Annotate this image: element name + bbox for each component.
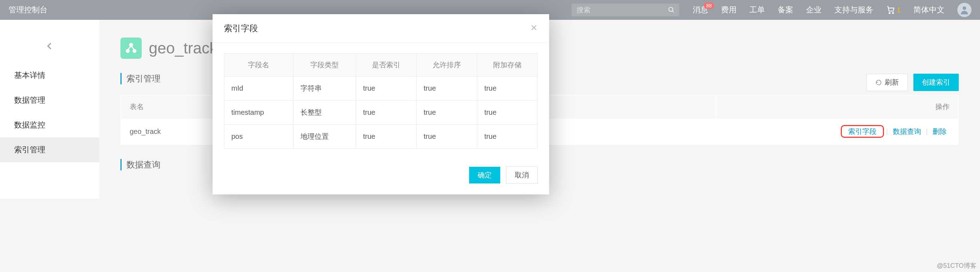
modal-row: pos 地理位置 true true true bbox=[224, 125, 538, 149]
close-icon bbox=[530, 24, 538, 32]
mcol-type: 字段类型 bbox=[293, 54, 356, 76]
tree-icon bbox=[124, 41, 138, 55]
col-ops: 操作 bbox=[716, 95, 958, 118]
sidebar: 基本详情 数据管理 数据监控 索引管理 bbox=[0, 20, 99, 199]
user-avatar[interactable] bbox=[957, 3, 972, 17]
svg-line-1 bbox=[672, 11, 673, 13]
svg-point-2 bbox=[889, 13, 890, 13]
modal-close[interactable] bbox=[530, 23, 538, 34]
messages-badge: 88 bbox=[704, 3, 714, 9]
sidebar-item-basic[interactable]: 基本详情 bbox=[0, 63, 99, 88]
mcol-isindex: 是否索引 bbox=[356, 54, 416, 76]
svg-point-5 bbox=[130, 44, 132, 46]
modal-table: 字段名 字段类型 是否索引 允许排序 附加存储 mId 字符串 true tru… bbox=[224, 54, 538, 149]
cart-icon bbox=[886, 5, 895, 14]
modal-title: 索引字段 bbox=[224, 23, 258, 34]
index-fields-modal: 索引字段 字段名 字段类型 是否索引 允许排序 附加存储 mId 字符串 tru… bbox=[213, 14, 549, 194]
page-title: geo_track bbox=[149, 39, 217, 57]
nav-lang[interactable]: 简体中文 bbox=[907, 5, 951, 15]
nav-workorder[interactable]: 工单 bbox=[743, 5, 771, 15]
mcol-name: 字段名 bbox=[224, 54, 293, 76]
refresh-button[interactable]: 刷新 bbox=[867, 74, 908, 91]
console-title: 管理控制台 bbox=[8, 5, 48, 15]
sidebar-item-index[interactable]: 索引管理 bbox=[0, 137, 99, 162]
nav-beian[interactable]: 备案 bbox=[771, 5, 800, 15]
search-box bbox=[571, 3, 679, 16]
search-input[interactable] bbox=[571, 6, 663, 14]
modal-row: mId 字符串 true true true bbox=[224, 76, 538, 100]
watermark: @51CTO博客 bbox=[937, 261, 977, 270]
svg-point-0 bbox=[668, 8, 673, 12]
mcol-store: 附加存储 bbox=[477, 54, 538, 76]
avatar-icon bbox=[959, 5, 970, 15]
svg-point-7 bbox=[133, 49, 136, 52]
svg-point-6 bbox=[126, 49, 129, 52]
create-index-button[interactable]: 创建索引 bbox=[913, 74, 959, 91]
sidebar-item-data[interactable]: 数据管理 bbox=[0, 88, 99, 113]
nav-enterprise[interactable]: 企业 bbox=[800, 5, 828, 15]
row-name: geo_track bbox=[121, 119, 214, 144]
search-button[interactable] bbox=[663, 3, 679, 16]
op-data-query[interactable]: 数据查询 bbox=[893, 127, 921, 135]
nav-messages[interactable]: 消息 88 bbox=[686, 5, 714, 15]
sidebar-item-monitor[interactable]: 数据监控 bbox=[0, 113, 99, 137]
cart-count: 1 bbox=[897, 6, 900, 14]
nav-support[interactable]: 支持与服务 bbox=[828, 5, 880, 15]
col-name: 表名 bbox=[121, 95, 214, 118]
sidebar-back[interactable] bbox=[0, 34, 99, 63]
nav-cart[interactable]: 1 bbox=[880, 5, 907, 14]
resource-icon bbox=[121, 38, 142, 59]
modal-ok-button[interactable]: 确定 bbox=[469, 167, 500, 183]
mcol-sort: 允许排序 bbox=[416, 54, 477, 76]
refresh-icon bbox=[875, 80, 882, 86]
modal-cancel-button[interactable]: 取消 bbox=[506, 167, 538, 184]
refresh-label: 刷新 bbox=[885, 78, 899, 87]
svg-point-3 bbox=[892, 13, 894, 13]
modal-row: timestamp 长整型 true true true bbox=[224, 100, 538, 125]
nav-cost[interactable]: 费用 bbox=[714, 5, 743, 15]
svg-line-9 bbox=[131, 46, 135, 50]
svg-line-8 bbox=[128, 46, 132, 50]
op-delete[interactable]: 删除 bbox=[932, 127, 947, 135]
svg-point-4 bbox=[963, 6, 966, 10]
chevron-left-icon bbox=[45, 41, 54, 51]
op-index-fields[interactable]: 索引字段 bbox=[848, 127, 877, 135]
search-icon bbox=[668, 6, 675, 13]
